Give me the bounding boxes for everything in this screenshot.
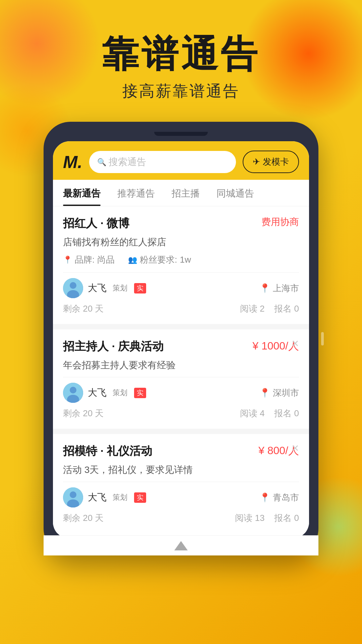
tab-local[interactable]: 同城通告 — [217, 180, 254, 206]
user-role-3: 策划 — [113, 492, 127, 502]
app-logo: M. — [63, 152, 82, 172]
card-footer-3: 大飞 策划 实 📍 青岛市 — [63, 487, 299, 507]
stats-right-3: 阅读 13 报名 0 — [235, 512, 299, 524]
signups-2: 报名 0 — [274, 408, 299, 418]
avatar-1 — [63, 278, 83, 298]
tab-recommended[interactable]: 推荐通告 — [117, 180, 155, 206]
user-role-2: 策划 — [113, 388, 127, 398]
close-button-2[interactable]: ✕ — [289, 337, 301, 350]
phone-notch-area — [53, 132, 309, 136]
tab-host[interactable]: 招主播 — [172, 180, 200, 206]
brand-value-1: 尚品 — [97, 254, 115, 266]
card-meta-1: 📍 品牌: 尚品 👥 粉丝要求: 1w — [63, 254, 299, 266]
reads-2: 阅读 4 — [240, 408, 265, 418]
user-name-2: 大飞 — [88, 386, 107, 399]
signups-1: 报名 0 — [274, 304, 299, 314]
location-icon-1: 📍 — [259, 283, 270, 293]
location-value-1: 上海市 — [273, 282, 299, 294]
close-button-3[interactable]: ✕ — [289, 442, 301, 454]
search-bar[interactable]: 🔍 搜索通告 — [89, 151, 236, 173]
tab-latest[interactable]: 最新通告 — [63, 180, 101, 206]
scroll-indicator — [321, 332, 324, 345]
card-footer-2: 大飞 策划 实 📍 深圳市 — [63, 383, 299, 403]
listings-container: 招红人 · 微博 费用协商 店铺找有粉丝的红人探店 📍 品牌: 尚品 👥 粉丝要… — [53, 206, 309, 533]
card-desc-3: 活动 3天，招礼仪，要求见详情 — [63, 464, 299, 476]
side-indicators — [321, 332, 324, 345]
sub-title: 接高薪靠谱通告 — [0, 81, 362, 102]
card-header-3: 招模特 · 礼仪活动 ¥ 800/人 — [63, 443, 299, 459]
remaining-2: 剩余 20 天 — [63, 408, 104, 419]
listing-card-2[interactable]: ✕ 招主持人 · 庆典活动 ¥ 1000/人 年会招募主持人要求有经验 — [53, 329, 309, 429]
svg-point-4 — [70, 387, 76, 393]
signups-3: 报名 0 — [274, 513, 299, 523]
card-title-3: 招模特 · 礼仪活动 — [63, 443, 152, 459]
location-icon-3: 📍 — [259, 492, 270, 503]
verified-badge-3: 实 — [134, 492, 146, 503]
location-info-2: 📍 深圳市 — [259, 387, 299, 399]
remaining-1: 剩余 20 天 — [63, 303, 104, 315]
post-button[interactable]: ✈ 发模卡 — [243, 151, 299, 173]
main-title: 靠谱通告 — [0, 34, 362, 74]
location-icon-2: 📍 — [259, 388, 270, 398]
location-pin-icon-1: 📍 — [63, 256, 72, 264]
location-info-3: 📍 青岛市 — [259, 492, 299, 503]
card-price-1: 费用协商 — [261, 216, 299, 228]
send-icon: ✈ — [253, 157, 260, 167]
stats-right-1: 阅读 2 报名 0 — [240, 303, 299, 315]
user-name-3: 大飞 — [88, 491, 107, 504]
verified-badge-1: 实 — [134, 283, 146, 293]
app-header: M. 🔍 搜索通告 ✈ 发模卡 — [53, 141, 309, 180]
remaining-3: 剩余 20 天 — [63, 512, 104, 524]
stats-right-2: 阅读 4 报名 0 — [240, 408, 299, 419]
location-value-3: 青岛市 — [273, 492, 299, 503]
divider-1 — [63, 272, 299, 273]
avatar-3 — [63, 487, 83, 507]
phone-frame: M. 🔍 搜索通告 ✈ 发模卡 最新通告 推荐通告 — [44, 122, 318, 555]
card-title-1: 招红人 · 微博 — [63, 216, 129, 231]
search-placeholder-text: 搜索通告 — [109, 156, 146, 168]
followers-label-1: 粉丝要求: — [140, 254, 177, 266]
phone-container: M. 🔍 搜索通告 ✈ 发模卡 最新通告 推荐通告 — [0, 122, 362, 555]
phone-screen: M. 🔍 搜索通告 ✈ 发模卡 最新通告 推荐通告 — [53, 141, 309, 539]
card-header-1: 招红人 · 微博 费用协商 — [63, 216, 299, 231]
listing-card-3[interactable]: ✕ 招模特 · 礼仪活动 ¥ 800/人 活动 3天，招礼仪，要求见详情 — [53, 434, 309, 533]
stats-row-3: 剩余 20 天 阅读 13 报名 0 — [63, 512, 299, 524]
user-info-2: 大飞 策划 实 — [63, 383, 146, 403]
user-role-1: 策划 — [113, 283, 127, 293]
stats-row-2: 剩余 20 天 阅读 4 报名 0 — [63, 408, 299, 419]
post-button-label: 发模卡 — [263, 156, 289, 168]
phone-notch — [154, 132, 208, 136]
reads-1: 阅读 2 — [240, 304, 265, 314]
card-desc-2: 年会招募主持人要求有经验 — [63, 359, 299, 372]
user-info-3: 大飞 策划 实 — [63, 487, 146, 507]
reads-3: 阅读 13 — [235, 513, 264, 523]
brand-item-1: 📍 品牌: 尚品 — [63, 254, 115, 266]
user-name-1: 大飞 — [88, 282, 107, 294]
followers-icon-1: 👥 — [128, 256, 137, 264]
card-title-2: 招主持人 · 庆典活动 — [63, 339, 164, 354]
listing-card-1[interactable]: 招红人 · 微博 费用协商 店铺找有粉丝的红人探店 📍 品牌: 尚品 👥 粉丝要… — [53, 206, 309, 324]
stats-row-1: 剩余 20 天 阅读 2 报名 0 — [63, 303, 299, 315]
followers-item-1: 👥 粉丝要求: 1w — [128, 254, 191, 266]
user-info-1: 大飞 策划 实 — [63, 278, 146, 298]
card-header-2: 招主持人 · 庆典活动 ¥ 1000/人 — [63, 339, 299, 354]
divider-2 — [63, 377, 299, 377]
hero-section: 靠谱通告 接高薪靠谱通告 — [0, 0, 362, 102]
search-icon: 🔍 — [97, 158, 105, 166]
svg-point-7 — [70, 491, 76, 498]
bottom-nav-hint — [53, 535, 309, 539]
divider-3 — [63, 482, 299, 482]
svg-point-1 — [70, 282, 76, 289]
card-footer-1: 大飞 策划 实 📍 上海市 — [63, 278, 299, 298]
verified-badge-2: 实 — [134, 388, 146, 398]
location-info-1: 📍 上海市 — [259, 282, 299, 294]
followers-value-1: 1w — [180, 255, 191, 265]
tabs-bar: 最新通告 推荐通告 招主播 同城通告 — [53, 180, 309, 206]
avatar-2 — [63, 383, 83, 403]
brand-label-1: 品牌: — [75, 254, 95, 266]
location-value-2: 深圳市 — [273, 387, 299, 399]
card-desc-1: 店铺找有粉丝的红人探店 — [63, 236, 299, 249]
